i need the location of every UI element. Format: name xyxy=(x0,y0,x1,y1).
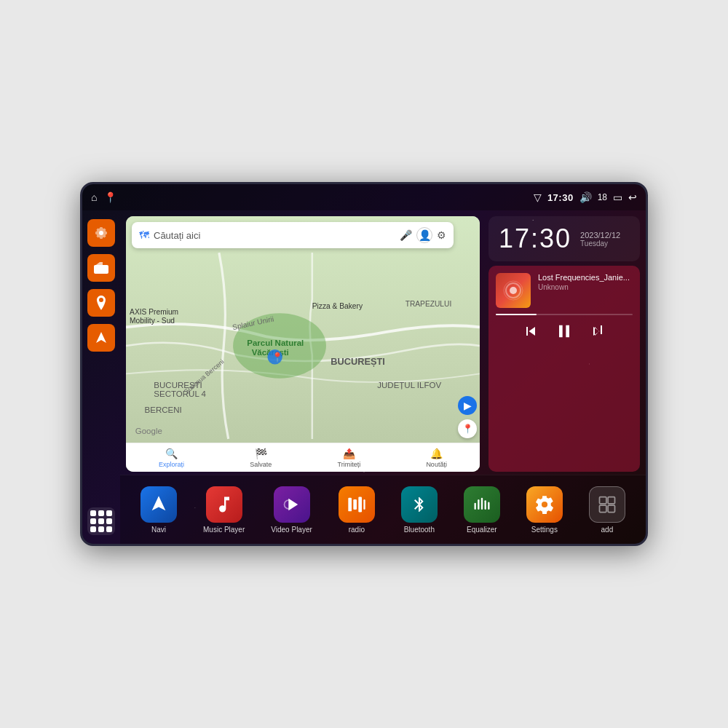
profile-icon[interactable]: 👤 xyxy=(416,227,432,243)
svg-rect-31 xyxy=(599,496,606,503)
svg-rect-27 xyxy=(478,499,479,510)
app-label-add: add xyxy=(601,526,614,534)
sidebar-settings-btn[interactable] xyxy=(87,219,115,247)
svg-text:📍: 📍 xyxy=(272,352,283,363)
svg-rect-30 xyxy=(488,502,489,510)
sidebar-nav-btn[interactable] xyxy=(87,324,115,352)
app-label-bluetooth: Bluetooth xyxy=(404,526,435,534)
app-icon-settings xyxy=(526,486,563,523)
explore-icon: 🔍 xyxy=(165,448,178,459)
sidebar-grid-btn[interactable] xyxy=(87,507,115,535)
clock-date: 2023/12/12 Tuesday xyxy=(580,231,620,248)
home-icon[interactable]: ⌂ xyxy=(91,191,97,203)
app-icon-radio xyxy=(339,486,375,523)
status-bar: ⌂ 📍 ▽ 17:30 🔊 18 ▭ ↩ xyxy=(82,184,646,210)
clock-day: Tuesday xyxy=(580,240,620,248)
main-content: 🗺 Căutați aici 🎤 👤 ⚙ xyxy=(120,210,646,544)
svg-text:BERCENI: BERCENI xyxy=(145,405,182,414)
sidebar-bottom xyxy=(87,507,115,535)
app-item-add[interactable]: add xyxy=(585,483,630,537)
app-item-music-player[interactable]: Music Player xyxy=(199,483,249,537)
map-tab-news-label: Noutăți xyxy=(426,461,447,468)
svg-text:JUDEȚUL ILFOV: JUDEȚUL ILFOV xyxy=(377,381,441,389)
music-progress-bar[interactable] xyxy=(496,314,633,315)
map-tab-send[interactable]: 📤 Trimiteți xyxy=(338,448,361,468)
app-item-settings[interactable]: Settings xyxy=(522,483,567,537)
back-icon[interactable]: ↩ xyxy=(628,191,637,203)
music-info: Lost Frequencies_Janie... Unknown xyxy=(496,273,633,308)
svg-text:TRAPEZULUI: TRAPEZULUI xyxy=(405,300,452,308)
app-icon-equalizer xyxy=(464,486,500,523)
screen: ⌂ 📍 ▽ 17:30 🔊 18 ▭ ↩ xyxy=(82,184,646,544)
svg-text:Google: Google xyxy=(135,427,162,436)
svg-text:BUCUREȘTI: BUCUREȘTI xyxy=(331,356,384,367)
app-label-music-player: Music Player xyxy=(203,526,245,534)
map-tab-send-label: Trimiteți xyxy=(338,461,361,468)
wifi-icon: ▽ xyxy=(534,191,542,203)
app-item-video-player[interactable]: Video Player xyxy=(266,483,317,537)
map-container[interactable]: 🗺 Căutați aici 🎤 👤 ⚙ xyxy=(126,216,480,472)
sidebar xyxy=(82,210,120,544)
music-title: Lost Frequencies_Janie... xyxy=(538,273,633,282)
svg-rect-23 xyxy=(353,499,357,510)
music-controls xyxy=(496,321,633,341)
map-area: 🗺 Căutați aici 🎤 👤 ⚙ xyxy=(120,210,486,475)
send-icon: 📤 xyxy=(343,448,355,459)
map-tab-explore[interactable]: 🔍 Explorați xyxy=(159,448,184,468)
mic-icon[interactable]: 🎤 xyxy=(400,229,412,241)
svg-rect-25 xyxy=(363,499,365,510)
app-item-bluetooth[interactable]: Bluetooth xyxy=(397,483,442,537)
app-icon-navi xyxy=(141,486,177,523)
svg-text:Mobility - Sud: Mobility - Sud xyxy=(130,317,175,325)
play-pause-button[interactable] xyxy=(554,321,574,341)
location-pin-icon[interactable]: 📍 xyxy=(104,191,116,203)
map-tab-explore-label: Explorați xyxy=(159,461,184,468)
music-progress-fill xyxy=(496,314,537,315)
volume-icon[interactable]: 🔊 xyxy=(579,191,592,203)
svg-text:Pizza & Bakery: Pizza & Bakery xyxy=(312,302,363,310)
sidebar-files-btn[interactable] xyxy=(87,254,115,282)
settings-dots-icon[interactable]: ⚙ xyxy=(437,229,446,241)
map-tab-saved[interactable]: 🏁 Salvate xyxy=(250,448,272,468)
music-artist: Unknown xyxy=(538,283,633,291)
map-tab-news[interactable]: 🔔 Noutăți xyxy=(426,448,447,468)
map-navigate-btn[interactable]: ▶ xyxy=(458,396,477,415)
car-head-unit: ⌂ 📍 ▽ 17:30 🔊 18 ▭ ↩ xyxy=(80,182,648,546)
prev-button[interactable] xyxy=(522,323,539,340)
battery-icon: ▭ xyxy=(613,191,622,203)
saved-icon: 🏁 xyxy=(255,448,267,459)
app-item-navi[interactable]: Navi xyxy=(136,483,181,537)
svg-rect-33 xyxy=(599,505,606,512)
sidebar-top xyxy=(87,219,115,352)
svg-rect-24 xyxy=(358,496,362,512)
svg-text:Parcul Natural: Parcul Natural xyxy=(247,339,304,347)
app-icon-video-player xyxy=(274,486,310,523)
status-right: ▽ 17:30 🔊 18 ▭ ↩ xyxy=(534,191,637,203)
svg-rect-28 xyxy=(481,497,483,509)
svg-point-18 xyxy=(510,287,517,294)
app-grid: Navi Music Player xyxy=(120,475,646,544)
map-search-bar[interactable]: 🗺 Căutați aici 🎤 👤 ⚙ xyxy=(132,222,454,248)
album-art-inner xyxy=(496,273,531,308)
map-tabs: 🔍 Explorați 🏁 Salvate 📤 Trimiteți xyxy=(126,443,480,472)
app-label-navi: Navi xyxy=(151,526,166,534)
app-item-equalizer[interactable]: Equalizer xyxy=(459,483,505,537)
app-item-radio[interactable]: radio xyxy=(334,483,379,537)
app-label-equalizer: Equalizer xyxy=(467,526,497,534)
map-location-btn[interactable]: 📍 xyxy=(458,419,477,438)
app-label-settings: Settings xyxy=(531,526,558,534)
signal-strength: 18 xyxy=(598,192,607,202)
svg-rect-34 xyxy=(608,505,614,512)
svg-text:SECTORUL 4: SECTORUL 4 xyxy=(154,389,206,398)
svg-rect-22 xyxy=(348,497,352,511)
svg-rect-32 xyxy=(608,496,614,503)
sidebar-maps-btn[interactable] xyxy=(87,289,115,317)
clock-time: 17:30 xyxy=(499,223,571,254)
app-label-video-player: Video Player xyxy=(271,526,312,534)
app-icon-bluetooth xyxy=(401,486,438,523)
next-button[interactable] xyxy=(589,323,606,340)
clock-date-text: 2023/12/12 xyxy=(580,231,620,240)
upper-section: 🗺 Căutați aici 🎤 👤 ⚙ xyxy=(120,210,646,475)
app-icon-music-player xyxy=(206,486,242,523)
status-left: ⌂ 📍 xyxy=(91,191,116,203)
